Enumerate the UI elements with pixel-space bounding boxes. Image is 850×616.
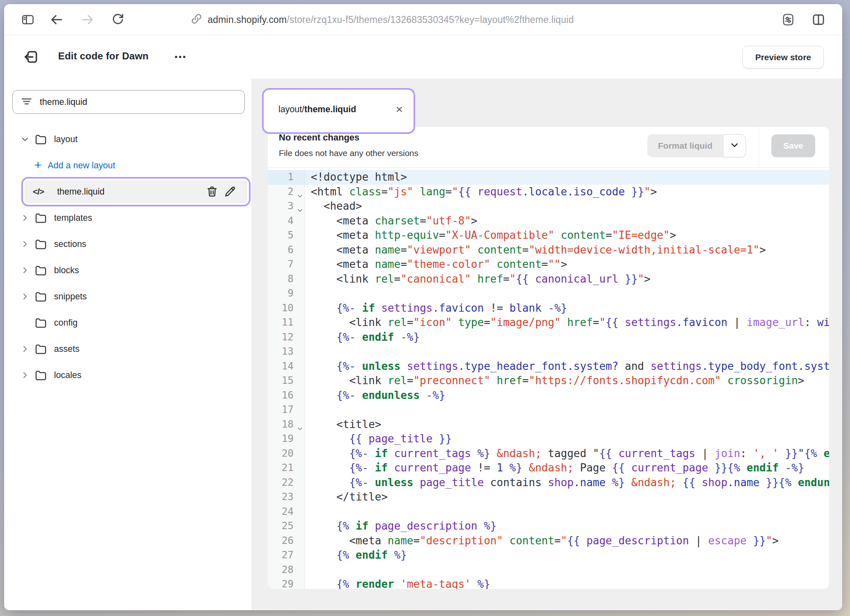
line-number[interactable]: 2 xyxy=(268,185,305,199)
search-input[interactable]: theme.liquid xyxy=(12,90,245,114)
code-line-20[interactable]: 20 {%- if current_tags %} &ndash; tagged… xyxy=(268,446,829,461)
sidebar-item-layout[interactable]: layout xyxy=(4,126,251,152)
code-line-23[interactable]: 23 </title> xyxy=(268,490,829,505)
line-number[interactable]: 13 xyxy=(268,344,305,359)
save-button[interactable]: Save xyxy=(771,134,815,157)
line-number[interactable]: 15 xyxy=(268,374,305,388)
line-number[interactable]: 25 xyxy=(268,519,305,534)
line-number[interactable]: 1 xyxy=(268,170,305,185)
format-options-dropdown[interactable] xyxy=(723,134,746,157)
code-line-28[interactable]: 28 xyxy=(268,563,829,578)
reload-icon[interactable] xyxy=(110,11,126,28)
chevron-right-icon[interactable] xyxy=(19,344,31,353)
trash-icon[interactable] xyxy=(203,183,221,201)
code-line-14[interactable]: 14 {%- unless settings.type_header_font.… xyxy=(268,359,829,374)
link-icon xyxy=(190,13,203,27)
sidebar-item-sections[interactable]: sections xyxy=(4,231,251,257)
code-line-10[interactable]: 10 {%- if settings.favicon != blank -%} xyxy=(268,301,829,316)
selected-file-highlight[interactable]: </>theme.liquid xyxy=(21,177,251,206)
pencil-icon[interactable] xyxy=(221,183,239,201)
chevron-right-icon[interactable] xyxy=(19,213,31,222)
more-options-button[interactable] xyxy=(170,47,191,67)
code-line-5[interactable]: 5 <meta http-equiv="X-UA-Compatible" con… xyxy=(268,228,829,243)
code-line-22[interactable]: 22 {%- unless page_title contains shop.n… xyxy=(268,476,829,490)
chevron-right-icon[interactable] xyxy=(19,292,31,301)
line-number[interactable]: 20 xyxy=(268,446,305,461)
code-line-15[interactable]: 15 <link rel="preconnect" href="https://… xyxy=(268,374,829,388)
preview-store-button[interactable]: Preview store xyxy=(742,46,824,68)
sidebar-item-blocks[interactable]: blocks xyxy=(4,257,251,283)
search-value: theme.liquid xyxy=(40,97,87,107)
code-line-12[interactable]: 12 {%- endif -%} xyxy=(268,330,829,345)
back-arrow-icon[interactable] xyxy=(48,11,65,28)
line-number[interactable]: 11 xyxy=(268,315,305,330)
line-number[interactable]: 9 xyxy=(268,286,305,301)
format-liquid-button[interactable]: Format liquid xyxy=(647,134,746,157)
code-area[interactable]: 1<!doctype html>2<html class="js" lang="… xyxy=(268,168,829,589)
filter-icon xyxy=(20,95,33,109)
code-line-3[interactable]: 3 <head> xyxy=(268,199,829,214)
code-line-11[interactable]: 11 <link rel="icon" type="image/png" hre… xyxy=(268,315,829,330)
line-number[interactable]: 6 xyxy=(268,243,305,258)
line-number[interactable]: 18 xyxy=(268,417,305,432)
code-line-24[interactable]: 24 xyxy=(268,505,829,519)
line-number[interactable]: 17 xyxy=(268,403,305,417)
code-line-26[interactable]: 26 <meta name="description" content="{{ … xyxy=(268,534,829,548)
code-line-1[interactable]: 1<!doctype html> xyxy=(268,170,829,185)
line-number[interactable]: 3 xyxy=(268,199,305,214)
sidebar-item-locales[interactable]: locales xyxy=(4,362,251,388)
tab-theme-liquid[interactable]: layout/theme.liquid × xyxy=(262,88,415,134)
line-number[interactable]: 5 xyxy=(268,228,305,243)
line-number[interactable]: 26 xyxy=(268,534,305,548)
code-line-7[interactable]: 7 <meta name="theme-color" content=""> xyxy=(268,257,829,272)
format-liquid-label[interactable]: Format liquid xyxy=(647,134,723,157)
sidebar-item-assets[interactable]: assets xyxy=(4,336,251,362)
sidebar-item-snippets[interactable]: snippets xyxy=(4,283,251,310)
split-view-icon[interactable] xyxy=(810,11,827,28)
chevron-right-icon[interactable] xyxy=(19,240,31,249)
code-line-2[interactable]: 2<html class="js" lang="{{ request.local… xyxy=(268,185,829,199)
sidebar-item-config[interactable]: config xyxy=(4,310,251,336)
line-number[interactable]: 8 xyxy=(268,272,305,287)
line-number[interactable]: 19 xyxy=(268,432,305,446)
url-bar[interactable]: admin.shopify.com/store/rzq1xu-f5/themes… xyxy=(208,14,574,25)
code-line-6[interactable]: 6 <meta name="viewport" content="width=d… xyxy=(268,243,829,258)
code-line-25[interactable]: 25 {% if page_description %} xyxy=(268,519,829,534)
line-number[interactable]: 24 xyxy=(268,505,305,519)
line-number[interactable]: 23 xyxy=(268,490,305,505)
exit-editor-icon[interactable] xyxy=(21,47,41,67)
line-number[interactable]: 22 xyxy=(268,476,305,490)
line-number[interactable]: 27 xyxy=(268,548,305,563)
forward-arrow-icon[interactable] xyxy=(79,11,96,28)
code-line-13[interactable]: 13 xyxy=(268,344,829,359)
line-number[interactable]: 16 xyxy=(268,388,305,403)
code-line-8[interactable]: 8 <link rel="canonical" href="{{ canonic… xyxy=(268,272,829,287)
line-number[interactable]: 7 xyxy=(268,257,305,272)
page-settings-icon[interactable] xyxy=(780,11,796,28)
chevron-right-icon[interactable] xyxy=(19,371,31,380)
code-line-4[interactable]: 4 <meta charset="utf-8"> xyxy=(268,214,829,229)
line-number[interactable]: 10 xyxy=(268,301,305,316)
sidebar-item-add-a-new-layout[interactable]: +Add a new layout xyxy=(4,152,251,179)
sidebar-item-templates[interactable]: templates xyxy=(4,205,251,231)
close-tab-icon[interactable]: × xyxy=(396,103,403,116)
chevron-right-icon[interactable] xyxy=(19,266,31,275)
code-editor-panel: No recent changes File does not have any… xyxy=(268,127,829,589)
sidebar-item-theme.liquid[interactable]: </>theme.liquid xyxy=(4,179,251,205)
code-line-17[interactable]: 17 xyxy=(268,403,829,417)
code-line-27[interactable]: 27 {% endif %} xyxy=(268,548,829,563)
line-number[interactable]: 12 xyxy=(268,330,305,345)
code-line-18[interactable]: 18 <title> xyxy=(268,417,829,432)
code-line-9[interactable]: 9 xyxy=(268,286,829,301)
line-number[interactable]: 29 xyxy=(268,577,305,589)
line-number[interactable]: 21 xyxy=(268,461,305,476)
code-line-21[interactable]: 21 {%- if current_page != 1 %} &ndash; P… xyxy=(268,461,829,476)
sidebar-toggle-icon[interactable] xyxy=(20,11,36,28)
line-number[interactable]: 14 xyxy=(268,359,305,374)
chevron-down-icon[interactable] xyxy=(19,135,31,144)
code-line-29[interactable]: 29 {% render 'meta-tags' %} xyxy=(268,577,829,589)
line-number[interactable]: 4 xyxy=(268,214,305,229)
code-line-19[interactable]: 19 {{ page_title }} xyxy=(268,432,829,446)
line-number[interactable]: 28 xyxy=(268,563,305,578)
code-line-16[interactable]: 16 {%- endunless -%} xyxy=(268,388,829,403)
